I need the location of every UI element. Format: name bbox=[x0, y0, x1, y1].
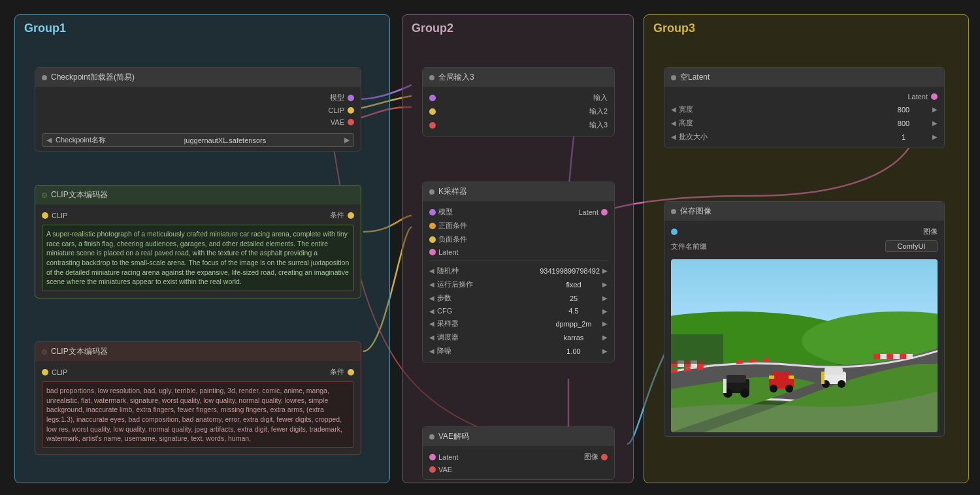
svg-point-18 bbox=[838, 380, 845, 388]
k-neg-row: 负面条件 bbox=[429, 232, 608, 246]
save-image-title: 保存图像 bbox=[680, 206, 711, 217]
checkpoint-node: Checkpoint加载器(简易) 模型 CLIP VAE ◀ bbox=[35, 67, 361, 152]
k-latent-in-label: Latent bbox=[438, 248, 459, 256]
model-output-row: 模型 bbox=[42, 91, 354, 104]
k-latent-port[interactable] bbox=[601, 209, 608, 216]
svg-rect-14 bbox=[789, 375, 794, 379]
k-steps-right[interactable]: ▶ bbox=[602, 295, 608, 302]
k-cfg-left[interactable]: ◀ bbox=[429, 308, 434, 315]
k-neg-port[interactable] bbox=[429, 236, 436, 243]
vae-decode-row: Latent 图像 bbox=[429, 450, 608, 464]
k-steps-label: 步数 bbox=[437, 293, 545, 303]
clip-output-label: CLIP bbox=[329, 106, 344, 114]
svg-rect-8 bbox=[723, 379, 727, 393]
si-image-row: 图像 bbox=[671, 225, 938, 238]
k-steps-left[interactable]: ◀ bbox=[429, 295, 434, 302]
image-preview bbox=[671, 259, 938, 432]
k-model-port[interactable] bbox=[429, 209, 436, 216]
checkpoint-value: juggernautXL.safetensors bbox=[110, 136, 340, 144]
vae-vae-row: VAE bbox=[429, 464, 608, 475]
el-height-value: 800 bbox=[877, 120, 930, 127]
gi-port3[interactable] bbox=[429, 122, 436, 129]
global-input-node: 全局输入3 输入 输入2 输入3 bbox=[422, 67, 615, 136]
group1-title: Group1 bbox=[15, 15, 389, 42]
k-sampler-type-value: dpmpp_2m bbox=[547, 320, 600, 328]
vae-latent-port[interactable] bbox=[429, 454, 436, 460]
vae-decode-body: Latent 图像 VAE bbox=[423, 446, 614, 479]
k-sampler-type-label: 采样器 bbox=[437, 319, 545, 328]
k-pos-port[interactable] bbox=[429, 223, 436, 229]
k-fixed-value: fixed bbox=[547, 281, 600, 289]
k-scheduler-left[interactable]: ◀ bbox=[429, 334, 434, 341]
k-scheduler-right[interactable]: ▶ bbox=[602, 334, 608, 341]
checkpoint-selector[interactable]: ◀ Checkpoint名称 juggernautXL.safetensors … bbox=[42, 133, 354, 147]
save-image-dot bbox=[671, 209, 676, 214]
el-width-value: 800 bbox=[877, 106, 930, 114]
el-batch-row: ◀ 批次大小 1 ▶ bbox=[671, 130, 938, 144]
svg-rect-27 bbox=[900, 354, 906, 359]
el-width-left[interactable]: ◀ bbox=[671, 106, 676, 113]
el-latent-label: Latent bbox=[907, 93, 928, 101]
clip1-input-port[interactable] bbox=[42, 212, 48, 219]
svg-rect-28 bbox=[671, 334, 723, 364]
clip2-input-port[interactable] bbox=[42, 369, 48, 375]
empty-latent-header: 空Latent bbox=[664, 68, 944, 87]
gi-port1[interactable] bbox=[429, 95, 436, 101]
model-output-port[interactable] bbox=[348, 95, 354, 101]
k-sampler-type-left[interactable]: ◀ bbox=[429, 320, 434, 327]
el-height-left[interactable]: ◀ bbox=[671, 120, 676, 127]
gi-port2[interactable] bbox=[429, 108, 436, 115]
si-prefix-value[interactable]: ComfyUI bbox=[885, 240, 938, 252]
group2: Group2 全局输入3 输入 输入2 输入3 bbox=[402, 14, 634, 483]
checkpoint-left-arrow[interactable]: ◀ bbox=[46, 136, 52, 144]
si-prefix-label: 文件名前缀 bbox=[671, 242, 707, 251]
global-input-dot bbox=[429, 75, 434, 80]
k-cfg-right[interactable]: ▶ bbox=[602, 308, 608, 315]
clip2-output-port[interactable] bbox=[348, 369, 354, 375]
svg-rect-25 bbox=[874, 354, 880, 359]
vae-decode-node: VAE解码 Latent 图像 VAE bbox=[422, 426, 615, 480]
vae-decode-dot bbox=[429, 434, 434, 439]
clip1-text-area[interactable]: A super-realistic photograph of a meticu… bbox=[42, 225, 354, 291]
el-batch-left[interactable]: ◀ bbox=[671, 133, 676, 140]
vae-latent-label: Latent bbox=[438, 453, 459, 461]
k-denoise-left[interactable]: ◀ bbox=[429, 347, 434, 355]
checkpoint-title: Checkpoint加载器(简易) bbox=[51, 72, 135, 83]
k-seed-left[interactable]: ◀ bbox=[429, 267, 434, 274]
vae-output-port[interactable] bbox=[348, 119, 354, 125]
clip1-output-port[interactable] bbox=[348, 212, 354, 219]
k-neg-label: 负面条件 bbox=[438, 234, 467, 244]
k-seed-right[interactable]: ▶ bbox=[602, 267, 608, 274]
si-image-port[interactable] bbox=[671, 229, 678, 235]
gi-label1: 输入 bbox=[593, 93, 608, 103]
vae-image-port[interactable] bbox=[601, 454, 608, 460]
clip-output-port[interactable] bbox=[348, 107, 354, 114]
clip2-output-label: 条件 bbox=[330, 367, 344, 377]
k-fixed-right[interactable]: ▶ bbox=[602, 281, 608, 288]
k-latent-in-row: Latent bbox=[429, 246, 608, 258]
svg-rect-10 bbox=[772, 372, 791, 379]
k-denoise-right[interactable]: ▶ bbox=[602, 347, 608, 355]
k-sampler-title: K采样器 bbox=[438, 186, 467, 197]
save-image-header: 保存图像 bbox=[664, 202, 944, 221]
canvas: Group1 Checkpoint加载器(简易) 模型 CLIP VAE bbox=[0, 0, 980, 495]
k-sampler-type-right[interactable]: ▶ bbox=[602, 320, 608, 327]
group3-title: Group3 bbox=[644, 15, 968, 42]
k-sampler-body: 模型 Latent 正面条件 负面条件 bbox=[423, 201, 614, 362]
group1: Group1 Checkpoint加载器(简易) 模型 CLIP VAE bbox=[14, 14, 390, 483]
vae-decode-header: VAE解码 bbox=[423, 427, 614, 446]
clip1-label: CLIP bbox=[52, 212, 67, 219]
clip2-text-area[interactable]: bad proportions, low resolution, bad, ug… bbox=[42, 381, 354, 448]
vae-vae-port[interactable] bbox=[429, 466, 436, 473]
el-latent-port[interactable] bbox=[931, 93, 938, 100]
el-width-right[interactable]: ▶ bbox=[932, 106, 938, 113]
k-cfg-label: CFG bbox=[437, 307, 545, 315]
k-sampler-node: K采样器 模型 Latent 正面条件 bbox=[422, 182, 615, 362]
el-batch-right[interactable]: ▶ bbox=[932, 133, 938, 140]
k-fixed-left[interactable]: ◀ bbox=[429, 281, 434, 288]
el-height-right[interactable]: ▶ bbox=[932, 120, 938, 127]
checkpoint-right-arrow[interactable]: ▶ bbox=[344, 136, 350, 144]
clip-encoder2-body: CLIP 条件 bad proportions, low resolution,… bbox=[35, 361, 361, 455]
k-latent-in-port[interactable] bbox=[429, 249, 436, 255]
vae-decode-title: VAE解码 bbox=[438, 431, 469, 442]
